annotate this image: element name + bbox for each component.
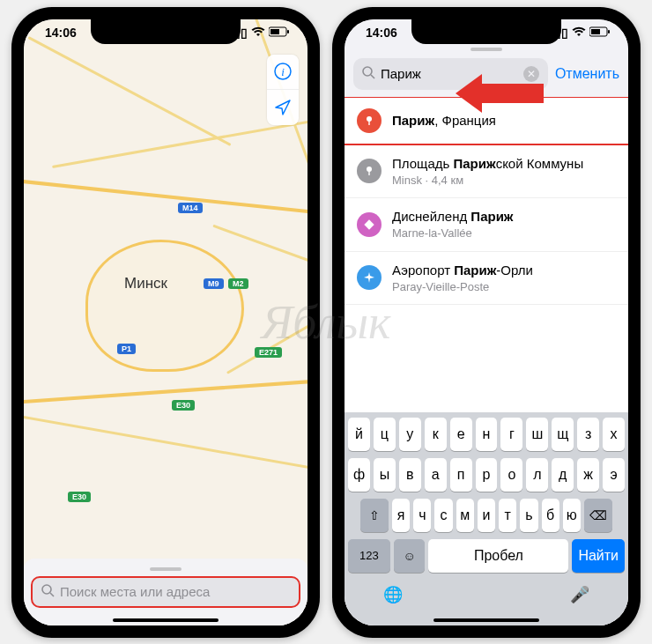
search-key[interactable]: Найти [572,539,625,573]
key-н[interactable]: н [476,418,498,451]
plane-icon [357,265,382,290]
key-я[interactable]: я [392,499,410,532]
result-row[interactable]: Аэропорт Париж-Орли Paray-Vieille-Poste [345,252,628,306]
svg-rect-9 [591,29,600,34]
mic-icon[interactable]: 🎤 [570,585,589,604]
map-controls: i [267,55,299,125]
svg-rect-8 [608,30,610,33]
wifi-icon [251,26,265,40]
key-ф[interactable]: ф [348,458,370,492]
key-п[interactable]: п [450,458,472,492]
key-б[interactable]: б [542,499,559,532]
search-placeholder: Поиск места или адреса [60,584,210,599]
locate-button[interactable] [267,90,299,125]
search-input[interactable]: Поиск места или адреса [31,576,300,608]
notch [411,19,561,44]
key-р[interactable]: р [476,458,498,492]
backspace-key[interactable]: ⌫ [584,499,612,532]
route-badge-m9: M9 [204,278,224,289]
route-badge-e271: E271 [255,347,282,358]
key-д[interactable]: д [552,458,574,492]
key-щ[interactable]: щ [552,418,574,451]
home-indicator[interactable] [113,618,219,622]
search-icon [362,66,375,82]
result-text: Диснейленд Париж Marne-la-Vallée [392,209,514,241]
key-и[interactable]: и [478,499,495,532]
route-badge-m14: M14 [178,203,203,213]
panel-grabber[interactable] [150,567,182,571]
notch [91,19,241,44]
keyboard-row-3: ⇧ ячсмитьбю ⌫ [348,499,625,532]
key-е[interactable]: е [450,418,472,451]
emoji-key[interactable]: ☺ [394,539,426,573]
key-ь[interactable]: ь [520,499,537,532]
pin-icon [357,108,382,133]
search-query: Париж [381,66,421,81]
ring-road [85,240,244,372]
svg-rect-15 [368,171,369,175]
svg-line-11 [371,75,374,78]
result-text: Париж, Франция [392,113,496,129]
svg-line-6 [50,593,54,596]
battery-icon [589,26,611,40]
key-ц[interactable]: ц [374,418,396,451]
map-canvas[interactable]: Минск M14 M9 M2 P1 E271 E30 E30 [24,19,307,625]
keyboard: йцукенгшщзх фывапролджэ ⇧ ячсмитьбю ⌫ 12… [345,412,628,625]
keyboard-row-1: йцукенгшщзх [348,418,625,451]
svg-rect-16 [364,219,374,229]
key-т[interactable]: т [499,499,516,532]
result-text: Аэропорт Париж-Орли Paray-Vieille-Poste [392,263,533,294]
shift-key[interactable]: ⇧ [360,499,389,532]
key-х[interactable]: х [603,418,625,451]
numbers-key[interactable]: 123 [348,539,390,573]
key-л[interactable]: л [526,458,548,492]
svg-point-5 [42,585,51,594]
city-label: Минск [124,275,167,292]
key-з[interactable]: з [577,418,599,451]
key-ш[interactable]: ш [526,418,548,451]
panel-grabber[interactable] [470,48,502,51]
space-key[interactable]: Пробел [428,539,568,573]
svg-rect-2 [270,29,279,34]
keyboard-row-4: 123 ☺ Пробел Найти [348,539,625,573]
status-time: 14:06 [359,26,397,40]
poi-icon [357,212,382,237]
info-button[interactable]: i [267,55,299,90]
key-м[interactable]: м [456,499,474,532]
search-icon [41,584,55,600]
route-badge-e30: E30 [172,400,195,411]
search-panel[interactable]: Поиск места или адреса [24,559,307,625]
route-badge-m2: M2 [228,278,248,289]
result-text: Площадь Парижской Коммуны Minsk · 4,4 км [392,156,583,188]
key-в[interactable]: в [399,458,421,492]
key-ы[interactable]: ы [374,458,396,492]
phone-right: 14:06 ▮▮▯▯ Париж ✕ [332,7,641,638]
status-time: 14:06 [38,26,77,40]
key-к[interactable]: к [425,418,447,451]
svg-rect-1 [287,30,289,33]
wifi-icon [572,26,586,40]
result-row[interactable]: Площадь Парижской Коммуны Minsk · 4,4 км [345,145,628,199]
svg-point-10 [363,67,372,76]
keyboard-row-2: фывапролджэ [348,458,625,492]
route-badge-e30b: E30 [68,492,91,502]
keyboard-toolbar: 🌐 🎤 [348,580,625,604]
result-row[interactable]: Диснейленд Париж Marne-la-Vallée [345,198,628,252]
annotation-arrow [456,74,544,113]
key-г[interactable]: г [500,418,522,451]
key-у[interactable]: у [399,418,421,451]
home-indicator[interactable] [433,618,539,622]
key-о[interactable]: о [500,458,522,492]
key-э[interactable]: э [603,458,625,492]
svg-text:i: i [281,65,285,78]
key-а[interactable]: а [425,458,447,492]
globe-icon[interactable]: 🌐 [383,585,403,604]
key-с[interactable]: с [434,499,452,532]
key-ч[interactable]: ч [413,499,431,532]
cancel-button[interactable]: Отменить [555,66,619,82]
key-й[interactable]: й [348,418,370,451]
key-ю[interactable]: ю [563,499,581,532]
battery-icon [269,26,290,40]
phone-left: 14:06 ▮▮▯▯ Минск M14 [11,7,320,638]
key-ж[interactable]: ж [577,458,599,492]
